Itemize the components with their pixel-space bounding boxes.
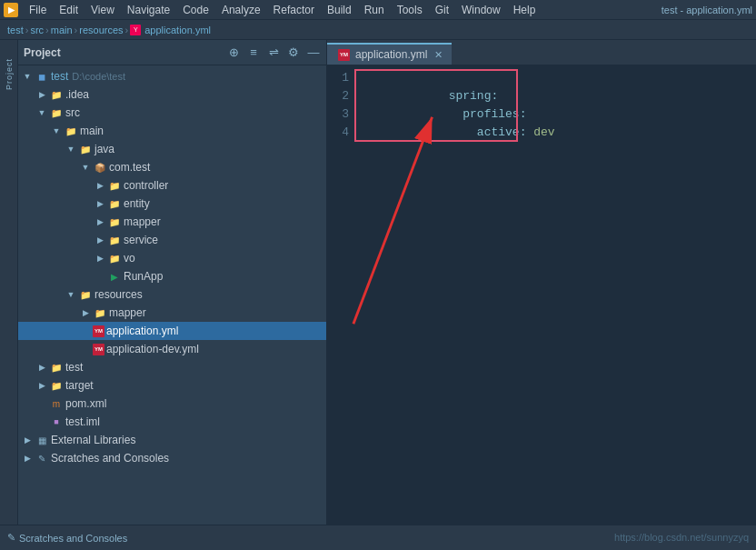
tree-item-controller[interactable]: ▶ 📁 controller <box>18 176 326 195</box>
tree-item-service[interactable]: ▶ 📁 service <box>18 231 326 249</box>
panel-toolbar: Project ⊕ ≡ ⇌ ⚙ — <box>18 40 326 65</box>
tree-item-application-dev-yml[interactable]: ▶ YM application-dev.yml <box>18 340 326 358</box>
tab-label: application.yml <box>355 48 427 61</box>
settings-icon[interactable]: ⚙ <box>286 45 301 60</box>
package-service-icon: 📁 <box>108 234 121 246</box>
scratches-icon: ✎ <box>35 452 48 465</box>
code-line-1: spring: <box>363 69 756 87</box>
collapse-all-icon[interactable]: ≡ <box>246 45 261 60</box>
tree-item-ext-lib[interactable]: ▶ ▦ External Libraries <box>18 431 326 449</box>
arrow-test-root: ▼ <box>22 71 33 82</box>
label-application-dev-yml: application-dev.yml <box>106 343 199 355</box>
tree-item-mapper-res[interactable]: ▶ 📁 mapper <box>18 304 326 322</box>
package-icon: 📦 <box>94 161 106 174</box>
crumb-src[interactable]: src <box>30 25 44 35</box>
tree-item-target[interactable]: ▶ 📁 target <box>18 376 326 395</box>
watermark: https://blog.csdn.net/sunnyzyq <box>614 532 749 543</box>
menu-window[interactable]: Window <box>456 2 506 18</box>
tree-item-test-iml[interactable]: ▶ ■ test.iml <box>18 413 326 431</box>
tree-item-entity[interactable]: ▶ 📁 entity <box>18 195 326 213</box>
tree-item-pom-xml[interactable]: ▶ m pom.xml <box>18 395 326 413</box>
menu-help[interactable]: Help <box>508 2 542 18</box>
label-java: java <box>94 143 114 155</box>
yaml-icon-application-dev: YM <box>93 344 104 355</box>
tree-item-idea[interactable]: ▶ 📁 .idea <box>18 85 326 104</box>
arrow-scratches: ▶ <box>22 453 33 464</box>
folder-src-icon: 📁 <box>50 106 63 119</box>
code-editor[interactable]: 1 2 3 4 spring: profiles: active: dev <box>327 65 756 525</box>
project-side-label[interactable]: Project <box>5 58 14 90</box>
label-controller: controller <box>124 179 168 192</box>
menu-git[interactable]: Git <box>430 2 454 18</box>
tree-item-resources[interactable]: ▼ 📁 resources <box>18 285 326 304</box>
editor-tabs: YM application.yml ✕ <box>327 40 756 65</box>
arrow-mapper-res: ▶ <box>80 307 91 318</box>
tree-item-runapp[interactable]: ▶ ▶ RunApp <box>18 267 326 285</box>
label-test-root: test <box>51 70 68 83</box>
menu-file[interactable]: File <box>24 2 52 18</box>
folder-test-icon: 📁 <box>50 361 63 374</box>
line-num-4: 4 <box>327 124 349 142</box>
crumb-resources[interactable]: resources <box>79 25 123 35</box>
menu-analyze[interactable]: Analyze <box>216 2 266 18</box>
tab-close-button[interactable]: ✕ <box>434 49 443 61</box>
sort-icon[interactable]: ⇌ <box>266 45 281 60</box>
menu-view[interactable]: View <box>85 2 120 18</box>
tree-item-src[interactable]: ▼ 📁 src <box>18 104 326 122</box>
menu-refactor[interactable]: Refactor <box>268 2 320 18</box>
tree-item-scratches[interactable]: ▶ ✎ Scratches and Consoles <box>18 449 326 467</box>
menu-code[interactable]: Code <box>177 2 214 18</box>
label-pom-xml: pom.xml <box>65 397 106 410</box>
label-mapper: mapper <box>124 215 161 228</box>
bottom-scratches[interactable]: ✎ Scratches and Consoles <box>7 532 127 544</box>
scratches-bottom-label: Scratches and Consoles <box>19 533 127 544</box>
menu-tools[interactable]: Tools <box>392 2 428 18</box>
menu-navigate[interactable]: Navigate <box>122 2 175 18</box>
folder-resources-icon: 📁 <box>79 288 92 301</box>
tree-item-main[interactable]: ▼ 📁 main <box>18 122 326 140</box>
tree-item-test-root[interactable]: ▼ ◼ test D:\code\test <box>18 67 326 85</box>
menu-run[interactable]: Run <box>359 2 390 18</box>
hide-panel-icon[interactable]: — <box>306 45 321 60</box>
tree-item-mapper[interactable]: ▶ 📁 mapper <box>18 213 326 231</box>
label-ext-lib: External Libraries <box>51 434 135 446</box>
code-content[interactable]: spring: profiles: active: dev <box>356 69 756 521</box>
folder-main-icon: 📁 <box>65 125 77 137</box>
label-src: src <box>65 106 80 119</box>
yaml-active-key: active: <box>477 125 527 139</box>
arrow-com-test: ▼ <box>80 162 91 173</box>
add-content-icon[interactable]: ⊕ <box>226 45 241 60</box>
label-mapper-res: mapper <box>109 306 146 319</box>
folder-target-icon: 📁 <box>50 379 63 392</box>
label-vo: vo <box>124 252 135 265</box>
crumb-test[interactable]: test <box>7 25 24 35</box>
editor-tab-application-yml[interactable]: YM application.yml ✕ <box>327 43 452 65</box>
arrow-controller: ▶ <box>94 180 105 191</box>
line-num-3: 3 <box>327 105 349 124</box>
menu-build[interactable]: Build <box>322 2 357 18</box>
menu-edit[interactable]: Edit <box>54 2 84 18</box>
crumb-file[interactable]: application.yml <box>144 25 211 35</box>
arrow-vo: ▶ <box>94 253 105 264</box>
label-entity: entity <box>124 197 150 210</box>
side-strip: Project <box>0 40 18 525</box>
label-service: service <box>124 234 158 246</box>
module-icon: ◼ <box>35 70 48 83</box>
label-main: main <box>80 125 104 137</box>
yaml-indent-3 <box>449 125 477 139</box>
tree-item-test[interactable]: ▶ 📁 test <box>18 358 326 376</box>
arrow-mapper: ▶ <box>94 216 105 227</box>
tree-item-application-yml[interactable]: ▶ YM application.yml <box>18 322 326 340</box>
tree-item-vo[interactable]: ▶ 📁 vo <box>18 249 326 267</box>
tree-item-java[interactable]: ▼ 📁 java <box>18 140 326 158</box>
label-runapp: RunApp <box>124 270 163 283</box>
app-icon: ▶ <box>4 3 18 17</box>
yaml-breadcrumb-icon: Y <box>130 25 141 35</box>
tab-yaml-icon: YM <box>338 49 350 61</box>
arrow-target: ▶ <box>36 380 47 391</box>
window-title: test - application.yml <box>662 5 752 15</box>
crumb-main[interactable]: main <box>51 25 73 35</box>
yaml-active-value: dev <box>526 125 554 139</box>
tree-item-com-test[interactable]: ▼ 📦 com.test <box>18 158 326 176</box>
breadcrumb: test › src › main › resources › Y applic… <box>0 20 756 40</box>
